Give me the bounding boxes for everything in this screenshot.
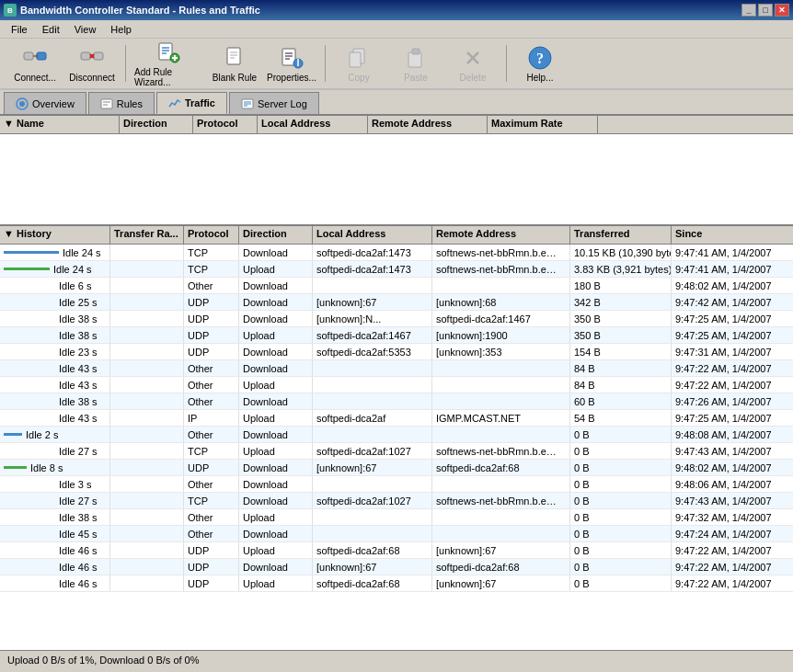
cell-remote-address: [unknown]:67 [432, 575, 570, 591]
hist-col-local-address[interactable]: Local Address [313, 226, 432, 244]
app-icon: B [4, 4, 17, 17]
disconnect-label: Disconnect [69, 73, 114, 83]
add-rule-wizard-button[interactable]: Add Rule Wizard... [132, 41, 205, 85]
history-row[interactable]: Idle 38 s Other Download 60 B 9:47:26 AM… [0, 393, 793, 410]
svg-rect-5 [94, 52, 103, 60]
cell-direction: Download [239, 311, 313, 326]
cell-protocol: Other [184, 393, 239, 409]
history-row[interactable]: Idle 24 s TCP Download softpedi-dca2af:1… [0, 245, 793, 261]
usage-bar [4, 466, 27, 469]
cell-direction: Upload [239, 542, 313, 558]
cell-remote-address [432, 377, 570, 393]
history-row[interactable]: Idle 38 s Other Upload 0 B 9:47:32 AM, 1… [0, 509, 793, 526]
cell-protocol: TCP [184, 493, 239, 508]
maximize-button[interactable]: □ [758, 4, 773, 17]
cell-direction: Download [239, 245, 313, 260]
cell-local-address [313, 509, 432, 525]
tab-traffic[interactable]: Traffic [156, 92, 227, 114]
cell-transferred: 0 B [570, 443, 672, 459]
cell-history: Idle 2 s [0, 427, 110, 442]
close-button[interactable]: ✕ [775, 4, 789, 17]
properties-button[interactable]: Properties... [264, 41, 319, 85]
history-row[interactable]: Idle 6 s Other Download 180 B 9:48:02 AM… [0, 278, 793, 294]
history-row[interactable]: Idle 24 s TCP Upload softpedi-dca2af:147… [0, 261, 793, 278]
tab-server-log[interactable]: Server Log [229, 92, 319, 114]
cell-direction: Upload [239, 575, 313, 591]
history-row[interactable]: Idle 46 s UDP Download [unknown]:67 soft… [0, 559, 793, 575]
menu-help[interactable]: Help [103, 22, 139, 37]
svg-rect-15 [227, 48, 240, 64]
blank-rule-label: Blank Rule [213, 73, 257, 83]
col-name[interactable]: ▼ Name [0, 116, 120, 133]
copy-button[interactable]: Copy [331, 41, 386, 85]
paste-icon [403, 45, 429, 71]
history-row[interactable]: Idle 43 s IP Upload softpedi-dca2af IGMP… [0, 410, 793, 427]
tab-overview[interactable]: Overview [4, 92, 86, 114]
col-local-address[interactable]: Local Address [258, 116, 368, 133]
cell-local-address: softpedi-dca2af:1473 [313, 261, 432, 277]
cell-since: 9:47:42 AM, 1/4/2007 [672, 294, 793, 310]
cell-protocol: Other [184, 526, 239, 541]
hist-col-history[interactable]: ▼ History [0, 226, 110, 244]
history-row[interactable]: Idle 27 s TCP Download softpedi-dca2af:1… [0, 493, 793, 509]
cell-history: Idle 25 s [0, 294, 110, 310]
history-row[interactable]: Idle 2 s Other Download 0 B 9:48:08 AM, … [0, 427, 793, 443]
cell-remote-address [432, 427, 570, 442]
disconnect-button[interactable]: Disconnect [64, 41, 120, 85]
overview-icon [16, 97, 29, 110]
cell-protocol: Other [184, 377, 239, 393]
history-row[interactable]: Idle 25 s UDP Download [unknown]:67 [unk… [0, 294, 793, 311]
cell-protocol: TCP [184, 245, 239, 260]
tab-traffic-label: Traffic [185, 97, 215, 108]
menu-edit[interactable]: Edit [35, 22, 67, 37]
history-row[interactable]: Idle 8 s UDP Download [unknown]:67 softp… [0, 460, 793, 476]
delete-button[interactable]: Delete [445, 41, 500, 85]
cell-transfer-rate [110, 427, 184, 442]
cell-transfer-rate [110, 460, 184, 475]
history-row[interactable]: Idle 46 s UDP Upload softpedi-dca2af:68 … [0, 575, 793, 592]
delete-label: Delete [460, 73, 487, 83]
paste-button[interactable]: Paste [388, 41, 443, 85]
hist-col-remote-address[interactable]: Remote Address [432, 226, 570, 244]
history-row[interactable]: Idle 27 s TCP Upload softpedi-dca2af:102… [0, 443, 793, 460]
connect-label: Connect... [14, 73, 56, 83]
cell-protocol: Other [184, 360, 239, 376]
blank-rule-button[interactable]: Blank Rule [207, 41, 262, 85]
minimize-button[interactable]: _ [741, 4, 756, 17]
cell-history: Idle 27 s [0, 493, 110, 508]
cell-local-address: softpedi-dca2af:68 [313, 542, 432, 558]
history-row[interactable]: Idle 43 s Other Download 84 B 9:47:22 AM… [0, 360, 793, 377]
connect-button[interactable]: Connect... [7, 41, 63, 85]
help-button[interactable]: ? Help... [512, 41, 568, 85]
cell-direction: Download [239, 460, 313, 475]
cell-direction: Upload [239, 261, 313, 277]
history-row[interactable]: Idle 43 s Other Upload 84 B 9:47:22 AM, … [0, 377, 793, 393]
hist-col-transferred[interactable]: Transferred [570, 226, 672, 244]
history-row[interactable]: Idle 46 s UDP Upload softpedi-dca2af:68 … [0, 542, 793, 559]
toolbar: Connect... Disconnect [0, 39, 793, 90]
menu-file[interactable]: File [4, 22, 35, 37]
col-direction[interactable]: Direction [120, 116, 193, 133]
history-row[interactable]: Idle 3 s Other Download 0 B 9:48:06 AM, … [0, 476, 793, 493]
col-maximum-rate[interactable]: Maximum Rate [488, 116, 598, 133]
menu-view[interactable]: View [67, 22, 104, 37]
history-row[interactable]: Idle 38 s UDP Upload softpedi-dca2af:146… [0, 327, 793, 344]
hist-col-direction[interactable]: Direction [239, 226, 313, 244]
hist-col-protocol[interactable]: Protocol [184, 226, 239, 244]
col-remote-address[interactable]: Remote Address [368, 116, 488, 133]
cell-since: 9:47:26 AM, 1/4/2007 [672, 393, 793, 409]
history-row[interactable]: Idle 23 s UDP Download softpedi-dca2af:5… [0, 344, 793, 360]
cell-protocol: Other [184, 476, 239, 492]
cell-remote-address: softnews-net-bbRmn.b.e… [432, 261, 570, 277]
cell-history: Idle 3 s [0, 476, 110, 492]
cell-transferred: 180 B [570, 278, 672, 293]
cell-local-address: softpedi-dca2af:1473 [313, 245, 432, 260]
hist-col-transfer-rate[interactable]: Transfer Ra... [110, 226, 184, 244]
hist-col-since[interactable]: Since [672, 226, 793, 244]
tab-rules[interactable]: Rules [88, 92, 155, 114]
cell-transferred: 350 B [570, 311, 672, 326]
cell-transfer-rate [110, 559, 184, 575]
history-row[interactable]: Idle 38 s UDP Download [unknown]:N... so… [0, 311, 793, 327]
history-row[interactable]: Idle 45 s Other Download 0 B 9:47:24 AM,… [0, 526, 793, 542]
col-protocol[interactable]: Protocol [193, 116, 258, 133]
